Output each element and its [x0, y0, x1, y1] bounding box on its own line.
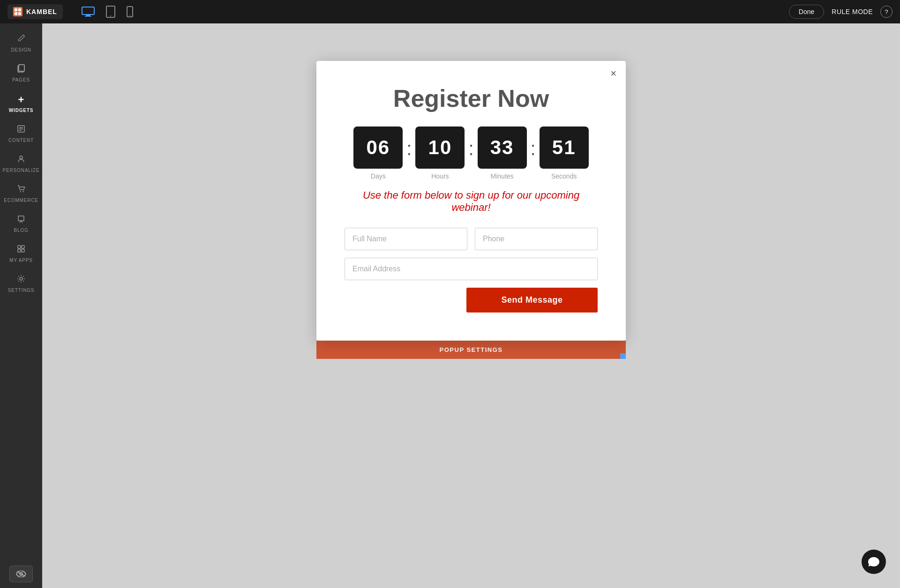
sidebar-item-widgets[interactable]: + WIDGETS	[2, 89, 40, 118]
header: KAMBEL Done RULE MODE ?	[0, 0, 900, 23]
svg-rect-0	[15, 8, 17, 11]
sidebar-item-settings[interactable]: SETTINGS	[2, 269, 40, 298]
phone-input[interactable]	[475, 228, 598, 250]
rule-mode-button[interactable]: RULE MODE	[832, 8, 873, 15]
sidebar-item-design-label: DESIGN	[11, 47, 31, 52]
countdown-timer: 06 Days : 10 Hours : 33 Minutes :	[345, 127, 598, 180]
countdown-hours: 10 Hours	[415, 127, 465, 180]
personalize-icon	[16, 154, 26, 166]
design-icon	[16, 34, 26, 45]
popup-close-button[interactable]: ×	[610, 68, 616, 79]
popup-wrapper: × Register Now 06 Days : 10 Hours :	[316, 61, 626, 359]
sidebar-item-ecommerce-label: ECOMMERCE	[4, 198, 38, 203]
svg-rect-4	[82, 7, 94, 15]
countdown-seconds: 51 Seconds	[540, 127, 589, 180]
sidebar-item-my-apps[interactable]: MY APPS	[2, 239, 40, 268]
form-name-phone-row	[345, 228, 598, 250]
countdown-seconds-value: 51	[540, 127, 589, 169]
countdown-colon-3: :	[531, 138, 536, 169]
resize-handle[interactable]	[620, 353, 626, 359]
countdown-days-value: 06	[353, 127, 403, 169]
full-name-input[interactable]	[345, 228, 467, 250]
popup-subtext: Use the form below to sign up for our up…	[345, 189, 598, 214]
svg-rect-2	[15, 12, 17, 15]
sidebar-item-design[interactable]: DESIGN	[2, 29, 40, 57]
sidebar-item-pages-label: PAGES	[12, 77, 30, 82]
chat-bubble-button[interactable]	[862, 550, 886, 574]
svg-point-18	[20, 156, 22, 159]
popup-title: Register Now	[345, 84, 598, 112]
countdown-seconds-label: Seconds	[551, 172, 577, 180]
sidebar-item-my-apps-label: MY APPS	[9, 258, 32, 263]
svg-point-19	[20, 191, 21, 192]
sidebar: DESIGN PAGES + WIDGETS	[0, 23, 42, 588]
countdown-colon-2: :	[468, 138, 473, 169]
countdown-hours-value: 10	[415, 127, 465, 169]
submit-button[interactable]: Send Message	[466, 288, 598, 313]
logo-text: KAMBEL	[26, 8, 57, 15]
countdown-minutes-value: 33	[478, 127, 527, 169]
countdown-hours-label: Hours	[431, 172, 449, 180]
settings-icon	[16, 274, 26, 286]
form-email-row	[345, 258, 598, 280]
main-layout: DESIGN PAGES + WIDGETS	[0, 23, 900, 588]
widgets-icon: +	[18, 94, 24, 106]
sidebar-item-personalize[interactable]: PERSONALIZE	[2, 149, 40, 178]
submit-btn-row: Send Message	[345, 288, 598, 313]
svg-rect-22	[22, 246, 24, 248]
svg-rect-5	[86, 15, 90, 16]
logo[interactable]: KAMBEL	[8, 4, 63, 19]
preview-toggle-button[interactable]	[9, 566, 33, 582]
svg-rect-12	[19, 65, 24, 71]
ecommerce-icon	[16, 184, 26, 196]
countdown-colon-1: :	[406, 138, 412, 169]
email-input[interactable]	[345, 258, 598, 280]
help-icon[interactable]: ?	[880, 6, 892, 18]
popup-modal: × Register Now 06 Days : 10 Hours :	[316, 61, 626, 341]
svg-rect-6	[85, 16, 91, 17]
svg-point-20	[23, 191, 24, 192]
canvas-area: × Register Now 06 Days : 10 Hours :	[42, 23, 900, 588]
device-icons	[82, 6, 133, 18]
svg-rect-3	[18, 12, 21, 15]
svg-point-25	[20, 277, 22, 280]
logo-icon	[13, 7, 22, 16]
svg-rect-23	[18, 249, 21, 252]
pages-icon	[16, 64, 26, 75]
sidebar-item-content[interactable]: CONTENT	[2, 119, 40, 148]
svg-point-10	[129, 15, 130, 16]
my-apps-icon	[16, 244, 26, 256]
svg-rect-21	[18, 246, 21, 248]
countdown-days-label: Days	[371, 172, 386, 180]
popup-settings-bar[interactable]: POPUP SETTINGS	[316, 341, 626, 359]
sidebar-item-pages[interactable]: PAGES	[2, 59, 40, 87]
desktop-device-icon[interactable]	[82, 7, 95, 17]
countdown-minutes: 33 Minutes	[478, 127, 527, 180]
header-right: Done RULE MODE ?	[789, 5, 892, 19]
tablet-device-icon[interactable]	[106, 6, 115, 18]
sidebar-item-content-label: CONTENT	[8, 138, 34, 143]
done-button[interactable]: Done	[789, 5, 824, 19]
mobile-device-icon[interactable]	[127, 6, 133, 17]
blog-icon	[16, 214, 26, 226]
sidebar-item-settings-label: SETTINGS	[8, 288, 34, 293]
content-icon	[16, 124, 26, 136]
svg-point-8	[110, 15, 111, 16]
sidebar-item-personalize-label: PERSONALIZE	[3, 168, 40, 173]
countdown-minutes-label: Minutes	[491, 172, 514, 180]
sidebar-item-blog[interactable]: BLOG	[2, 209, 40, 238]
sidebar-item-blog-label: BLOG	[14, 228, 29, 233]
countdown-days: 06 Days	[353, 127, 403, 180]
svg-rect-1	[18, 8, 21, 11]
sidebar-item-ecommerce[interactable]: ECOMMERCE	[2, 179, 40, 208]
svg-rect-24	[22, 249, 24, 252]
sidebar-item-widgets-label: WIDGETS	[9, 108, 33, 113]
